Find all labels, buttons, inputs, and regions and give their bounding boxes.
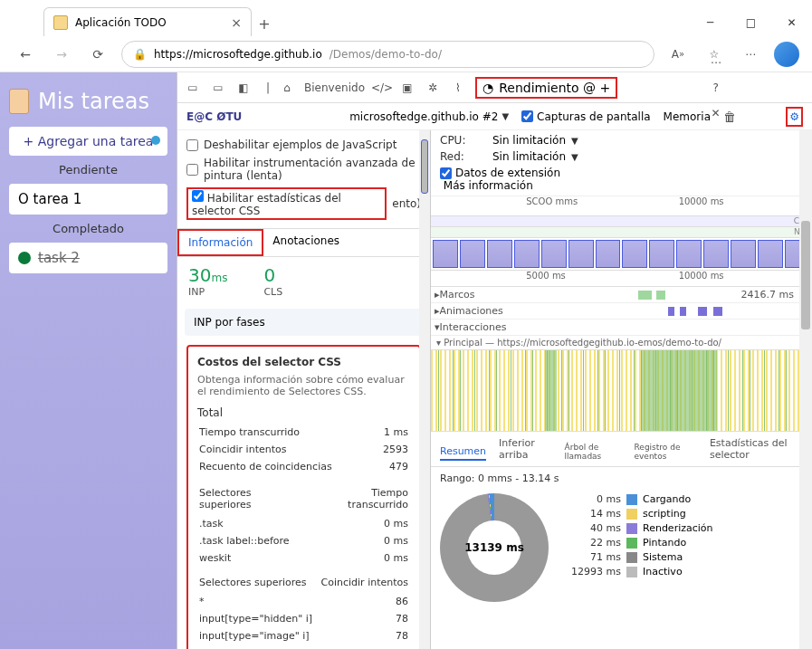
table-row: .task label::before0 ms <box>199 533 408 549</box>
gauge-icon: ◔ <box>482 81 493 95</box>
table-row: *86 <box>199 594 408 609</box>
pending-heading: Pendiente <box>9 163 167 177</box>
summary-donut: 13139 ms <box>440 493 549 602</box>
check-icon <box>18 252 31 264</box>
address-bar[interactable]: 🔒 https://microsoftedge.github.io/Demos/… <box>121 41 654 68</box>
legend-row: 12993 msInactivo <box>567 566 713 577</box>
network-icon[interactable]: ⌇ <box>450 80 466 96</box>
home-icon[interactable]: ⌂ <box>279 80 295 96</box>
ext-data-checkbox[interactable]: Datos de extensión <box>440 167 803 179</box>
inter-track[interactable]: ▾ Interacciones <box>431 320 812 336</box>
origin-select[interactable]: microsoftedge.github.io #2 ▼ <box>349 110 509 123</box>
browser-tab[interactable]: Aplicación TODO × <box>43 7 252 36</box>
overview-ruler[interactable]: SCOO mms 10000 ms <box>431 196 812 216</box>
bottom-tab[interactable]: Resumen <box>440 445 486 461</box>
window-close-button[interactable]: ✕ <box>771 9 812 36</box>
focus-dot-icon <box>151 136 160 145</box>
app-title: Mis tareas <box>9 89 167 114</box>
frames-track[interactable]: ▸ Marcos 2416.7 ms <box>431 287 812 303</box>
legend-row: 22 msPintando <box>567 537 713 549</box>
window-maximize-button[interactable]: □ <box>731 9 771 36</box>
adv-paint-checkbox[interactable] <box>186 164 198 176</box>
tab-annotations[interactable]: Anotaciones <box>263 229 349 256</box>
bottom-tab[interactable]: Inferior arriba <box>499 437 552 461</box>
table-row: input[type="hidden" i]78 <box>199 611 408 626</box>
inp-metric: 30ms INP <box>188 264 227 298</box>
flame-chart[interactable] <box>431 350 812 432</box>
table-row: Tiempo transcurrido1 ms <box>199 425 408 440</box>
bottom-tab[interactable]: Estadísticas del selector <box>710 437 803 461</box>
range-label: Rango: 0 mms - 13.14 s <box>431 467 812 490</box>
table-row: .task0 ms <box>199 516 408 531</box>
legend-row: 0 msCargando <box>567 493 713 505</box>
todo-app: Mis tareas + Agregar una tarea Pendiente… <box>0 72 177 649</box>
close-tab-icon[interactable]: × <box>231 15 242 30</box>
legend-row: 71 msSistema <box>567 551 713 563</box>
main-thread-label: ▾ Principal — https://microsoftedgegithu… <box>431 336 812 350</box>
new-tab-button[interactable]: + <box>252 11 277 36</box>
legend-row: 14 msscripting <box>567 508 713 520</box>
anim-track[interactable]: ▸ Animaciones <box>431 303 812 320</box>
task-item[interactable]: task 2 <box>9 243 167 273</box>
table-row: Coincidir intentos2593 <box>199 442 408 457</box>
net-throttle-select[interactable]: Sin limitación ▼ <box>492 150 803 163</box>
console-icon[interactable]: ▣ <box>399 80 416 96</box>
lock-icon: 🔒 <box>133 48 147 61</box>
css-selector-card: Costos del selector CSS Obtenga informac… <box>186 345 421 649</box>
url-domain: https://microsoftedge.github.io <box>154 48 322 61</box>
device-icon[interactable]: ▭ <box>210 80 226 96</box>
card-title: Costos del selector CSS <box>197 356 410 368</box>
back-button[interactable]: ← <box>13 42 38 67</box>
inspect-icon[interactable]: ▭ <box>185 80 201 96</box>
help-icon[interactable]: ? <box>708 80 724 96</box>
refresh-button[interactable]: ⟳ <box>85 42 110 67</box>
inp-phase-card[interactable]: INP por fases <box>185 309 423 336</box>
tab-title: Aplicación TODO <box>75 16 167 29</box>
sources-icon[interactable]: ✲ <box>425 80 441 96</box>
bottom-tab[interactable]: Árbol de llamadas <box>565 443 622 461</box>
screenshot-strip[interactable] <box>431 238 812 271</box>
performance-tab[interactable]: ◔ Rendimiento @ + <box>475 77 617 99</box>
legend-row: 40 msRenderización <box>567 522 713 534</box>
close-devtools-icon[interactable]: ✕ <box>708 105 724 121</box>
detail-ruler[interactable]: 5000 ms 10000 ms <box>431 271 812 287</box>
css-stats-checkbox[interactable] <box>192 190 204 202</box>
tab-info[interactable]: Información <box>177 229 263 256</box>
table-row: Recuento de coincidencias479 <box>199 459 408 474</box>
record-name: E@C ØTU <box>186 110 242 123</box>
bottom-tab[interactable]: Registro de eventos <box>635 443 697 461</box>
window-minimize-button[interactable]: ─ <box>690 9 731 36</box>
more-tools-icon[interactable]: ⋯ <box>708 54 724 71</box>
disable-js-checkbox[interactable] <box>186 139 198 151</box>
more-info-link[interactable]: Más información <box>444 179 533 192</box>
task-item[interactable]: O tarea 1 <box>9 184 167 215</box>
dock-icon[interactable]: ◧ <box>235 80 252 96</box>
cls-metric: 0 CLS <box>263 264 282 298</box>
url-path: /Demos/demo-to-do/ <box>330 48 442 61</box>
add-task-button[interactable]: + Agregar una tarea <box>9 127 167 156</box>
favicon-icon <box>53 15 68 30</box>
forward-button: → <box>49 42 74 67</box>
cpu-throttle-select[interactable]: Sin limitación ▼ <box>492 134 803 147</box>
welcome-tab[interactable]: Bienvenido <box>304 81 365 94</box>
scrollbar[interactable] <box>419 130 430 649</box>
card-subtitle: Obtenga información sobre cómo evaluar e… <box>197 374 410 397</box>
completed-heading: Completado <box>9 222 167 235</box>
scrollbar[interactable] <box>799 130 812 649</box>
elements-icon[interactable]: </> <box>374 80 390 96</box>
table-row: input[type="image" i]78 <box>199 628 408 644</box>
clipboard-icon <box>9 89 29 114</box>
table-row: weskit0 ms <box>199 550 408 566</box>
